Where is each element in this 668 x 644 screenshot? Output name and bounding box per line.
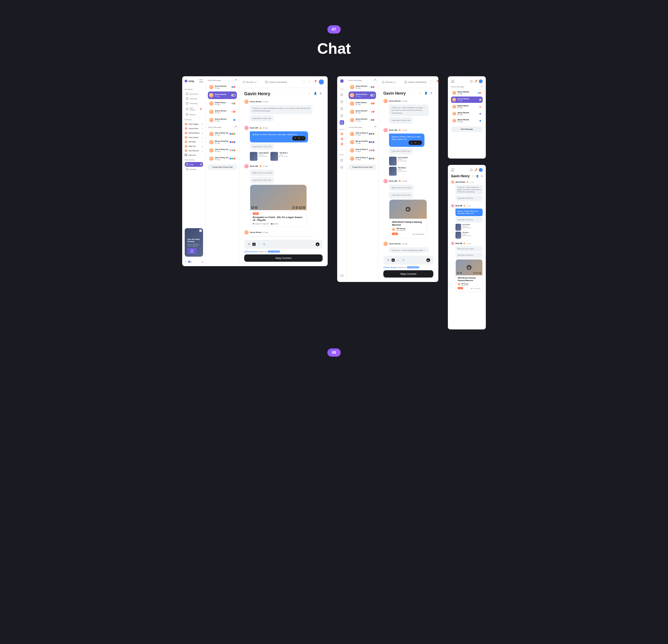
browse-button[interactable]: Browse <box>382 81 395 83</box>
nav-playlist[interactable] <box>340 120 344 125</box>
dm-header[interactable]: Direct Message <box>349 79 376 81</box>
theme-toggle[interactable] <box>188 260 192 263</box>
logo-icon[interactable] <box>340 79 344 83</box>
nav-chat[interactable]: Chat <box>185 162 203 167</box>
follow-item[interactable]: Edith Cain♥ <box>185 144 203 148</box>
nav-following[interactable] <box>340 106 344 111</box>
gear-icon[interactable]: ⚙ <box>319 92 323 95</box>
settings-icon[interactable]: ⚙ <box>473 272 475 274</box>
join-button[interactable]: Join Now <box>187 248 197 254</box>
avatar[interactable] <box>340 138 343 140</box>
attach-icon[interactable]: 📎 <box>402 258 405 262</box>
nav-settings[interactable]: Settings <box>185 167 203 171</box>
follow-item[interactable]: Lillie Nash+ <box>185 139 203 144</box>
close-icon[interactable]: × <box>199 229 202 232</box>
nav-new-feed[interactable]: New Feed <box>185 91 203 96</box>
group-header[interactable]: Group Message <box>349 126 376 128</box>
settings-icon[interactable]: ⚙ <box>296 206 298 209</box>
send-button[interactable]: ▶ <box>426 258 430 262</box>
new-message-button[interactable]: New Message <box>451 126 483 132</box>
dm-item[interactable]: Jesus Brown2m ago1 <box>349 83 376 91</box>
fullscreen-icon[interactable]: ⛶ <box>479 272 481 274</box>
nav-following[interactable]: Following <box>185 101 203 106</box>
group-item[interactable]: We go FreeFire2m ago <box>208 138 237 146</box>
more-icon[interactable]: ⋯ <box>418 141 420 144</box>
follow-item[interactable]: Jerry Sherman+ <box>185 148 203 153</box>
search-icon[interactable] <box>470 80 472 83</box>
dm-item[interactable]: Gavin Henry5m ago1 <box>208 100 237 107</box>
grid-icon[interactable] <box>302 80 305 84</box>
new-group-button[interactable]: Create New Group Chat <box>349 164 376 170</box>
dm-item[interactable]: Jesus Brown2m ago1 <box>208 108 237 116</box>
game-card[interactable]: Call of Duty®Shooting2.8K viewers <box>250 152 269 161</box>
gear-icon[interactable]: ⚙ <box>430 92 433 95</box>
dm-item[interactable]: Gavin Henry5m ago1 <box>349 100 376 107</box>
emoji-icon[interactable]: ☺ <box>294 137 297 139</box>
video-card[interactable]: ▶ 2020 World Champs Gaming Warzone UI8 G… <box>389 199 427 238</box>
user-avatar[interactable] <box>479 79 483 83</box>
menu-icon[interactable] <box>451 169 454 171</box>
messages[interactable]: Jesus Brown2m ago Thank you, I have inst… <box>239 99 328 237</box>
messages[interactable]: Jesus Brown🔥2m ago Thank you, I have ins… <box>451 180 483 326</box>
dm-item[interactable]: Jesus Brown2m ago1 <box>208 83 237 91</box>
menu-toggle-icon[interactable] <box>199 79 203 83</box>
dm-item[interactable]: Jesus Brown2m ago1 <box>349 108 376 116</box>
group-item[interactable]: We go FreeFire2m ago <box>349 138 376 146</box>
nav-videos[interactable] <box>340 113 344 118</box>
group-item[interactable]: Call of Duty Group2m ago <box>349 130 376 138</box>
game-card[interactable]: The Dota 2eSport2.8K viewers <box>270 152 288 161</box>
game-card[interactable]: Call of Duty®Shooting2.8K viewers <box>455 224 483 231</box>
bag-icon[interactable] <box>429 80 433 84</box>
pip-icon[interactable]: ⧉ <box>299 206 302 209</box>
chevron-down-icon[interactable]: ⌄ <box>341 148 343 150</box>
bold-icon[interactable]: B <box>253 243 256 246</box>
avatar[interactable] <box>340 143 343 145</box>
group-item[interactable]: Call of Duty Group2m ago <box>208 155 237 162</box>
bold-icon[interactable]: B <box>392 258 395 262</box>
dm-header[interactable]: Direct Message <box>208 79 237 81</box>
star-icon[interactable]: ★ <box>419 92 422 95</box>
reply-icon[interactable]: ↩ <box>414 141 416 144</box>
emoji-icon[interactable]: ☺ <box>410 141 413 144</box>
dm-item[interactable]: Jesus Brown2m ago1 <box>451 96 483 103</box>
download-icon[interactable]: ⬇ <box>201 261 203 263</box>
video-card[interactable]: ⏸🔊 CC⚙⧉⛶ Live Renegades vs Chiefs - ESL … <box>250 184 307 227</box>
dm-item[interactable]: Jesus Brown2m ago1 <box>451 90 483 96</box>
more-icon[interactable]: ⋯ <box>301 137 304 139</box>
bell-icon[interactable]: 2 <box>435 80 438 84</box>
dm-item[interactable]: Jesus Brown2m ago1 <box>349 91 376 99</box>
new-group-button[interactable]: Create New Group Chat <box>208 164 237 170</box>
play-icon[interactable]: ▶ <box>406 207 411 212</box>
nav-chat[interactable] <box>340 158 344 162</box>
reply-button[interactable]: Reply Comment <box>383 270 433 278</box>
dm-item[interactable]: Jesus Brown2m ago1 <box>208 91 237 99</box>
group-item[interactable]: Call of Duty Group2m ago <box>208 147 237 154</box>
user-icon[interactable]: 👤 <box>476 175 479 178</box>
star-icon[interactable]: ★ <box>308 92 311 95</box>
dm-header[interactable]: Direct Message <box>451 86 483 88</box>
pause-icon[interactable]: ⏸ <box>457 272 459 274</box>
logo[interactable]: Unity. <box>185 79 203 83</box>
play-icon[interactable]: ▶ <box>467 265 472 270</box>
follow-item[interactable]: Vincent Parks+ <box>185 126 203 131</box>
star-icon[interactable]: ★ <box>472 175 474 178</box>
messages[interactable]: Jesus Brown2m ago Thank you, I have inst… <box>378 99 438 253</box>
follow-item[interactable]: Dylan Hodges♥ <box>185 122 203 126</box>
gear-icon[interactable]: ⚙ <box>481 175 483 178</box>
dm-item[interactable]: Gavin Henry5m ago1 <box>451 104 483 110</box>
group-item[interactable]: Call of Duty Group2m ago <box>208 130 237 138</box>
theme-toggle[interactable] <box>340 274 344 277</box>
game-card[interactable]: Call of Duty®Shooting2.8K viewers <box>389 156 433 165</box>
search-icon[interactable] <box>470 169 472 171</box>
search-input[interactable] <box>269 81 294 83</box>
follow-item[interactable]: Richard Bowers♥ <box>185 131 203 135</box>
nav-trending[interactable]: Trending <box>185 96 203 101</box>
send-button[interactable]: ▶ <box>316 242 319 246</box>
load-more[interactable]: Load more <box>185 153 203 157</box>
user-icon[interactable]: 👤 <box>314 92 317 95</box>
italic-icon[interactable]: I <box>257 243 261 246</box>
reply-text[interactable]: @Jesus Brown Thanks for your feeback <box>383 267 433 268</box>
nav-trending[interactable] <box>340 99 344 104</box>
follow-item[interactable]: Isaac Lambert• <box>185 135 203 139</box>
subtitle-icon[interactable]: CC <box>292 206 295 209</box>
